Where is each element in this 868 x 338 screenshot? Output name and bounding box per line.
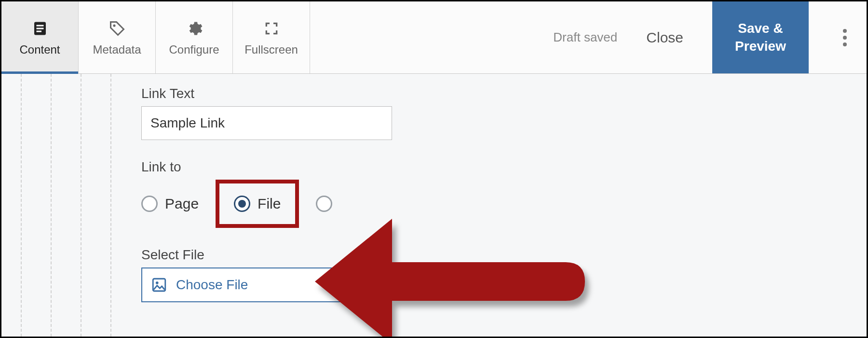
svg-rect-3	[36, 30, 41, 32]
select-file-field-group: Select File Choose File	[141, 247, 575, 302]
tag-icon	[108, 19, 127, 38]
save-preview-button[interactable]: Save & Preview	[712, 1, 809, 73]
tab-label: Metadata	[93, 43, 141, 56]
radio-label: Page	[165, 196, 199, 212]
svg-point-4	[113, 24, 115, 27]
svg-rect-2	[36, 28, 43, 29]
content-panel: Link Text Link to Page File	[1, 74, 867, 337]
svg-point-7	[843, 42, 847, 46]
gear-icon	[185, 19, 204, 38]
tab-label: Content	[19, 43, 60, 56]
more-menu-button[interactable]	[828, 28, 862, 47]
tab-label: Fullscreen	[244, 43, 298, 56]
draft-status: Draft saved	[553, 30, 617, 45]
kebab-icon	[842, 28, 847, 47]
choose-file-label: Choose File	[176, 277, 248, 293]
radio-third-option[interactable]	[316, 196, 332, 212]
radio-label: File	[258, 196, 281, 212]
svg-point-5	[843, 29, 847, 33]
editor-toolbar: Content Metadata Configure Fullscreen Dr…	[1, 1, 867, 74]
link-to-label: Link to	[141, 159, 575, 175]
link-text-field-group: Link Text	[141, 86, 575, 140]
tab-metadata[interactable]: Metadata	[79, 1, 156, 73]
radio-icon	[234, 196, 250, 212]
svg-point-6	[843, 36, 847, 40]
radio-icon	[316, 196, 332, 212]
select-file-label: Select File	[141, 247, 575, 263]
close-button[interactable]: Close	[637, 29, 693, 46]
tab-configure[interactable]: Configure	[156, 1, 233, 73]
radio-file[interactable]: File	[234, 196, 281, 212]
svg-rect-1	[36, 25, 43, 26]
choose-file-button[interactable]: Choose File	[141, 268, 392, 302]
radio-icon	[141, 196, 158, 212]
link-to-field-group: Link to Page File	[141, 159, 575, 228]
image-file-icon	[151, 277, 167, 293]
annotation-highlight: File	[216, 180, 299, 228]
svg-point-9	[156, 282, 159, 284]
radio-page[interactable]: Page	[141, 196, 199, 212]
fullscreen-icon	[262, 19, 281, 38]
link-text-label: Link Text	[141, 86, 575, 101]
nesting-rails	[21, 74, 111, 337]
tab-label: Configure	[169, 43, 219, 56]
tab-content[interactable]: Content	[1, 1, 79, 73]
tab-fullscreen[interactable]: Fullscreen	[233, 1, 310, 73]
document-icon	[30, 19, 50, 38]
link-text-input[interactable]	[141, 106, 392, 140]
